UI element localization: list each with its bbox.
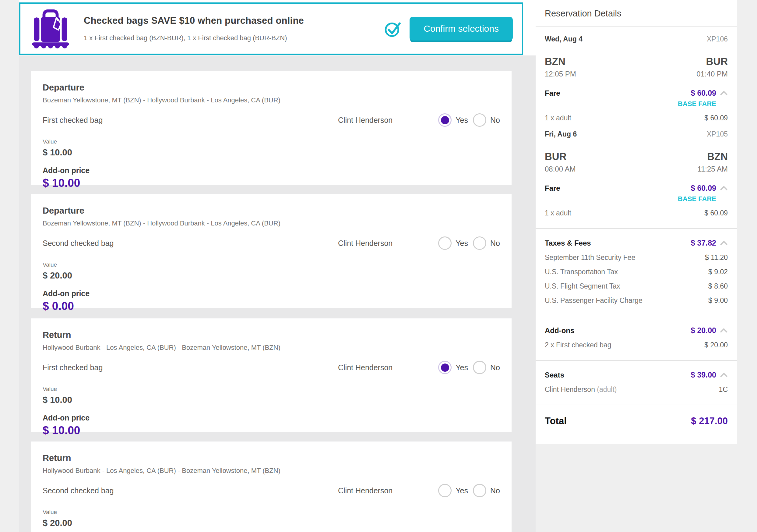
flight-date: Fri, Aug 6	[545, 130, 577, 138]
yes-label[interactable]: Yes	[456, 486, 468, 495]
fee-amount: $ 11.20	[705, 254, 728, 262]
yes-radio[interactable]	[438, 236, 452, 250]
check-circle-icon	[384, 20, 402, 38]
passenger-name: Clint Henderson	[338, 363, 392, 372]
fee-amount: $ 9.00	[708, 297, 728, 305]
value-label: Value	[43, 509, 500, 516]
fee-name: U.S. Flight Segment Tax	[545, 282, 620, 290]
page: Checked bags SAVE $10 when purchased onl…	[0, 0, 757, 532]
value-amount: $ 10.00	[43, 147, 500, 158]
no-label[interactable]: No	[490, 239, 500, 248]
yes-radio[interactable]	[438, 361, 452, 374]
divider	[545, 144, 728, 144]
bag-choice-group: Yes No	[438, 361, 500, 374]
passenger-type: (adult)	[597, 386, 617, 393]
bag-choice-group: Yes No	[438, 484, 500, 497]
no-radio[interactable]	[473, 361, 486, 374]
value-label: Value	[43, 138, 500, 145]
card-route: Bozeman Yellowstone, MT (BZN) - Hollywoo…	[43, 96, 500, 104]
bag-type: Second checked bag	[43, 239, 338, 248]
passenger-name: Clint Henderson	[338, 239, 392, 248]
no-radio[interactable]	[473, 484, 486, 497]
fare-type-badge: BASE FARE	[545, 100, 728, 108]
origin-code: BZN	[545, 56, 565, 67]
luggage-icon	[30, 8, 72, 50]
no-label[interactable]: No	[490, 486, 500, 495]
fee-name: U.S. Transportation Tax	[545, 268, 618, 276]
addon-item-amount: $ 20.00	[704, 341, 728, 349]
bag-type: First checked bag	[43, 116, 338, 125]
chevron-up-icon[interactable]	[720, 90, 728, 96]
divider	[536, 360, 737, 361]
pax-label: 1 x adult	[545, 209, 571, 217]
divider	[545, 49, 728, 49]
addons-total: $ 20.00	[691, 326, 716, 335]
card-route: Hollywood Burbank - Los Angeles, CA (BUR…	[43, 344, 500, 352]
addon-price-label: Add-on price	[43, 166, 500, 175]
pax-amount: $ 60.09	[704, 114, 728, 122]
pax-amount: $ 60.09	[704, 209, 728, 217]
addon-price-amount: $ 10.00	[43, 424, 500, 437]
addon-item-name: 2 x First checked bag	[545, 341, 612, 349]
bag-choice-group: Yes No	[438, 236, 500, 250]
no-radio[interactable]	[473, 236, 486, 250]
destination-code: BZN	[707, 151, 728, 162]
card-route: Hollywood Burbank - Los Angeles, CA (BUR…	[43, 467, 500, 475]
no-label[interactable]: No	[490, 363, 500, 372]
fee-name: September 11th Security Fee	[545, 254, 635, 262]
value-label: Value	[43, 262, 500, 268]
chevron-up-icon[interactable]	[720, 186, 728, 191]
chevron-up-icon[interactable]	[720, 372, 728, 378]
value-label: Value	[43, 386, 500, 392]
taxes-fees-section: Taxes & Fees $ 37.82 September 11th Secu…	[545, 238, 728, 305]
flight-segment-return: Fri, Aug 6 XP105 BUR BZN 08:00 AM 11:25 …	[545, 130, 728, 217]
divider	[536, 316, 737, 316]
fare-amount: $ 60.09	[691, 89, 716, 98]
bag-type: First checked bag	[43, 363, 338, 372]
bag-card-departure-first: Departure Bozeman Yellowstone, MT (BZN) …	[31, 71, 512, 185]
origin-code: BUR	[545, 151, 567, 162]
arrival-time: 11:25 AM	[697, 165, 728, 173]
arrival-time: 01:40 PM	[696, 70, 728, 78]
fare-type-badge: BASE FARE	[545, 195, 728, 203]
no-radio[interactable]	[473, 113, 486, 127]
banner-subtitle: 1 x First checked bag (BZN-BUR), 1 x Fir…	[84, 34, 304, 42]
fare-amount: $ 60.09	[691, 184, 716, 193]
card-direction: Return	[43, 453, 500, 463]
seats-section: Seats $ 39.00 Clint Henderson (adult) 1C	[545, 370, 728, 394]
taxes-fees-total: $ 37.82	[691, 238, 716, 247]
seat-passenger: Clint Henderson (adult)	[545, 386, 617, 394]
flight-segment-outbound: Wed, Aug 4 XP106 BZN BUR 12:05 PM 01:40 …	[545, 35, 728, 122]
yes-label[interactable]: Yes	[456, 116, 468, 125]
yes-radio[interactable]	[438, 484, 452, 497]
chevron-up-icon[interactable]	[720, 328, 728, 333]
yes-radio[interactable]	[438, 113, 452, 127]
addons-section: Add-ons $ 20.00 2 x First checked bag $ …	[545, 326, 728, 349]
addon-price-label: Add-on price	[43, 414, 500, 422]
chevron-up-icon[interactable]	[720, 240, 728, 246]
seats-total: $ 39.00	[691, 370, 716, 379]
departure-time: 12:05 PM	[545, 70, 576, 78]
departure-time: 08:00 AM	[545, 165, 576, 173]
divider	[536, 26, 737, 27]
yes-label[interactable]: Yes	[456, 239, 468, 248]
total-label: Total	[545, 416, 567, 426]
yes-label[interactable]: Yes	[456, 363, 468, 372]
fee-name: U.S. Passenger Facility Charge	[545, 297, 643, 305]
divider	[536, 405, 737, 405]
banner-text: Checked bags SAVE $10 when purchased onl…	[84, 15, 304, 42]
value-amount: $ 20.00	[43, 270, 500, 281]
fare-label: Fare	[545, 89, 560, 98]
flight-number: XP105	[707, 130, 728, 138]
seat-assignment: 1C	[719, 386, 728, 394]
addon-price-amount: $ 0.00	[43, 300, 500, 313]
card-direction: Return	[43, 330, 500, 340]
pax-label: 1 x adult	[545, 114, 571, 122]
value-amount: $ 20.00	[43, 518, 500, 528]
confirm-selections-button[interactable]: Confirm selections	[409, 17, 513, 41]
value-amount: $ 10.00	[43, 395, 500, 405]
flight-number: XP106	[707, 35, 728, 43]
addon-price-label: Add-on price	[43, 289, 500, 298]
addons-label: Add-ons	[545, 326, 574, 335]
no-label[interactable]: No	[490, 116, 500, 125]
